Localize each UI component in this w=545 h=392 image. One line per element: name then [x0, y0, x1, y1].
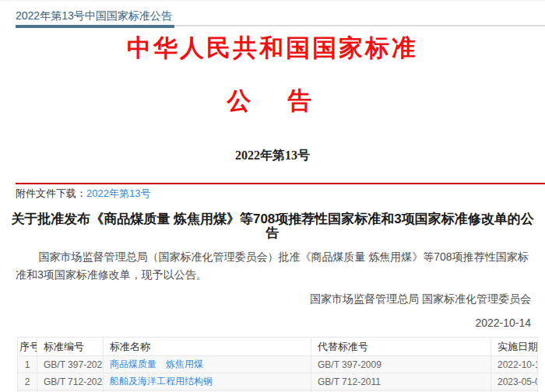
cell-replaced-code: GB/T 397-2009 [311, 356, 491, 373]
tab-underline-active [16, 25, 174, 28]
standard-name-link[interactable]: 商品煤质量 炼焦用煤 [110, 359, 203, 369]
notice-body: 国家市场监督管理总局（国家标准化管理委员会）批准《商品煤质量 炼焦用煤》等708… [0, 248, 545, 284]
red-divider [16, 183, 545, 184]
table-header-row: 序号 标准编号 标准名称 代替标准号 实施日期 [18, 338, 538, 356]
cell-effective-date: 2022-10-14 [491, 356, 538, 373]
banner-subtitle: 公 告 [0, 89, 545, 114]
cell-standard-name: 商品煤质量 炼焦用煤 [104, 356, 311, 373]
header-replaced-code: 代替标准号 [311, 338, 491, 356]
table-row: 1 GB/T 397-2022 商品煤质量 炼焦用煤 GB/T 397-2009… [18, 356, 538, 373]
tab-underline [0, 25, 545, 28]
table-row: 2 GB/T 712-2022 船舶及海洋工程用结构钢 GB/T 712-201… [18, 373, 538, 390]
cell-seq: 2 [18, 373, 37, 390]
header-seq: 序号 [18, 338, 37, 356]
cell-standard-code: GB/T 397-2022 [37, 356, 104, 373]
notice-date: 2022-10-14 [0, 317, 545, 328]
notice-heading: 关于批准发布《商品煤质量 炼焦用煤》等708项推荐性国家标准和3项国家标准修改单… [0, 212, 545, 240]
issue-number: 2022年第13号 [0, 149, 545, 162]
cell-standard-name: 船舶及海洋工程用结构钢 [104, 373, 311, 390]
banner-title: 中华人民共和国国家标准 [0, 36, 545, 61]
header-effective-date: 实施日期 [491, 338, 538, 356]
cell-standard-code: GB/T 712-2022 [37, 373, 104, 390]
attachment-label: 附件文件下载： [16, 187, 86, 199]
cell-seq: 1 [18, 356, 37, 373]
standard-name-link[interactable]: 船舶及海洋工程用结构钢 [110, 376, 213, 387]
cell-effective-date: 2023-05-01 [491, 373, 538, 390]
header-standard-code: 标准编号 [37, 338, 104, 356]
notice-signer: 国家市场监督管理总局 国家标准化管理委员会 [0, 293, 545, 304]
attachment-download-link[interactable]: 2022年第13号 [86, 187, 150, 199]
tab-announcement-title[interactable]: 2022年第13号中国国家标准公告 [0, 2, 545, 23]
standards-table: 序号 标准编号 标准名称 代替标准号 实施日期 1 GB/T 397-2022 … [17, 337, 538, 392]
announcement-page: 2022年第13号中国国家标准公告 中华人民共和国国家标准 公 告 2022年第… [0, 0, 545, 392]
cell-replaced-code: GB/T 712-2011 [311, 373, 491, 390]
header-standard-name: 标准名称 [104, 338, 311, 356]
attachment-line: 附件文件下载：2022年第13号 [0, 188, 545, 199]
